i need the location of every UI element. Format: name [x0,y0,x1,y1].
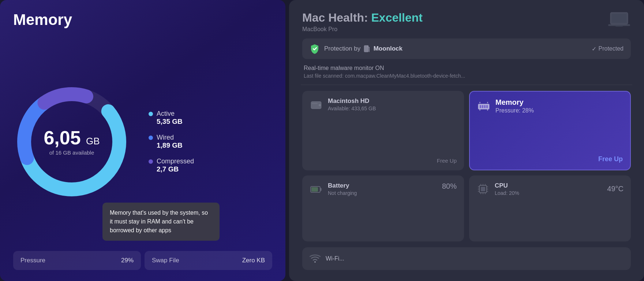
battery-title: Battery [328,182,437,189]
health-status: Excellent [371,11,423,24]
legend-value-active: 5,35 GB [157,118,194,126]
legend-label-compressed: Compressed [157,158,194,165]
svg-rect-15 [482,105,483,108]
memory-title: Memory [495,98,623,107]
realtime-text: Real-time malware monitor ON [304,65,629,71]
partial-row: Wi-Fi... [302,247,631,270]
battery-icon [310,182,323,196]
card-battery-title-group: Battery Not charging [328,182,437,196]
wifi-title: Wi-Fi... [326,255,344,262]
cards-grid: Macintosh HD Available: 433,65 GB Free U… [302,91,631,241]
realtime-row: Real-time malware monitor ON Last file s… [302,65,631,79]
cpu-icon [476,182,490,196]
swap-label: Swap File [152,257,179,264]
protected-label: Protected [599,45,624,52]
cpu-temp: 49°C [607,185,624,193]
cpu-title: CPU [495,182,602,189]
legend-item-wired: Wired 1,89 GB [149,134,194,149]
card-cpu-title-group: CPU Load: 20% [495,182,602,196]
last-scan-text: Last file scanned: com.macpaw.CleanMyMac… [304,73,629,79]
legend-dot-active [149,112,153,116]
macbook-icon [607,11,631,29]
bottom-bar: Pressure 29% Swap File Zero KB [13,251,272,270]
disk-free-up[interactable]: Free Up [310,158,457,164]
svg-rect-14 [480,105,481,108]
protection-row: Protection by Moonlock ✓ Protected [302,38,631,59]
svg-rect-5 [612,14,626,23]
svg-rect-18 [479,109,480,111]
legend-item-active: Active 5,35 GB [149,110,194,126]
card-disk-header: Macintosh HD Available: 433,65 GB [310,97,457,111]
moonlock-file-icon [364,45,370,52]
svg-rect-26 [481,187,485,191]
battery-percentage: 80% [442,182,457,191]
legend-label-wired: Wired [157,134,174,141]
svg-point-39 [314,261,316,263]
left-panel: Memory 6,05 GB of 16 GB available [0,0,285,281]
mac-health-header: Mac Health: Excellent MacBook Pro [302,11,631,33]
card-battery-header: Battery Not charging 80% [310,182,457,196]
battery-subtitle: Not charging [328,190,437,196]
card-disk-title-group: Macintosh HD Available: 433,65 GB [328,97,457,111]
card-memory-header: Memory Pressure: 28% [477,98,623,114]
legend: Active 5,35 GB Wired 1,89 GB Compressed … [149,110,194,173]
protection-text: Protection by Moonlock [324,45,587,53]
swap-value: Zero KB [242,257,265,264]
mac-health-left: Mac Health: Excellent MacBook Pro [302,11,423,33]
legend-value-wired: 1,89 GB [157,141,194,149]
svg-rect-21 [487,102,488,103]
donut-subtitle: of 16 GB available [44,149,100,155]
swap-stat: Swap File Zero KB [145,251,272,270]
mac-health-title: Mac Health: Excellent [302,11,423,25]
svg-rect-9 [369,47,370,52]
card-battery[interactable]: Battery Not charging 80% [302,175,464,242]
tooltip: Memory that's used by the system, so it … [102,203,220,241]
svg-rect-7 [615,26,623,27]
wifi-icon [310,254,321,263]
pressure-stat: Pressure 29% [13,251,141,270]
memory-icon [477,100,490,113]
svg-rect-24 [311,187,318,192]
right-panel: Mac Health: Excellent MacBook Pro Protec… [289,0,644,281]
svg-rect-19 [487,109,488,111]
pressure-label: Pressure [20,257,45,264]
svg-point-11 [319,104,321,106]
disk-subtitle: Available: 433,65 GB [328,106,457,111]
legend-dot-wired [149,136,153,140]
card-disk[interactable]: Macintosh HD Available: 433,65 GB Free U… [302,91,464,170]
shield-icon [310,44,320,54]
svg-rect-17 [486,105,488,108]
card-cpu-header: CPU Load: 20% 49°C [476,182,624,196]
cpu-subtitle: Load: 20% [495,190,602,196]
legend-value-compressed: 2,7 GB [157,165,194,173]
disk-title: Macintosh HD [328,97,457,105]
card-cpu[interactable]: CPU Load: 20% 49°C [469,175,631,242]
partial-card-wifi[interactable]: Wi-Fi... [302,247,631,270]
donut-value: 6,05 GB [44,128,100,147]
device-name: MacBook Pro [302,26,423,33]
svg-rect-23 [320,188,322,191]
legend-item-compressed: Compressed 2,7 GB [149,158,194,173]
svg-rect-20 [479,102,480,103]
donut-center: 6,05 GB of 16 GB available [44,128,100,155]
legend-label-active: Active [157,110,175,118]
divider [301,85,632,85]
legend-dot-compressed [149,159,153,164]
protected-badge: ✓ Protected [592,45,624,52]
panel-title: Memory [13,11,272,29]
pressure-value: 29% [121,257,134,264]
disk-icon [310,98,323,111]
memory-free-up[interactable]: Free Up [477,155,623,163]
card-memory[interactable]: Memory Pressure: 28% Free Up [469,91,631,170]
donut-chart: 6,05 GB of 16 GB available [13,83,130,200]
card-memory-title-group: Memory Pressure: 28% [495,98,623,114]
check-icon: ✓ [592,45,596,52]
svg-rect-16 [484,105,486,108]
memory-subtitle: Pressure: 28% [495,107,623,114]
svg-rect-12 [312,103,318,104]
